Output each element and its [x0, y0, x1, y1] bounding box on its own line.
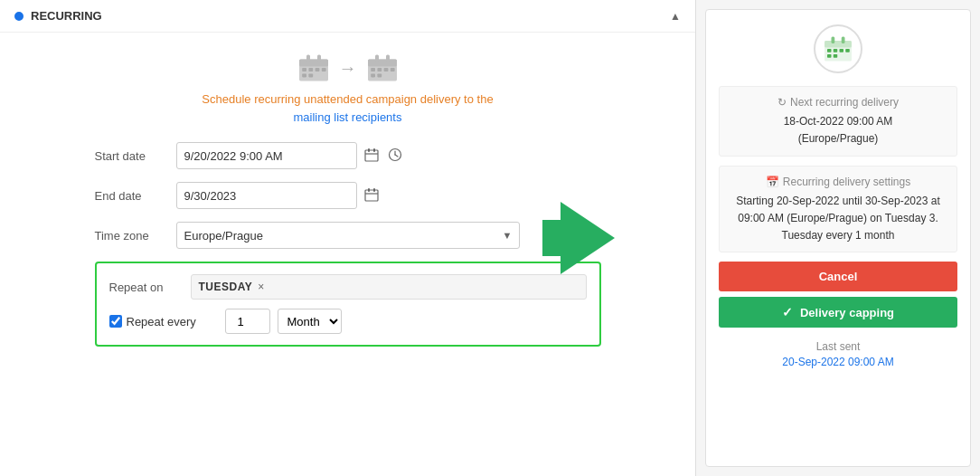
svg-rect-23	[373, 148, 375, 152]
big-arrow-icon	[561, 202, 615, 274]
remove-tag-button[interactable]: ×	[258, 281, 264, 293]
calendar-picker-button[interactable]	[363, 146, 381, 167]
desc-line2: mailing list recipients	[202, 109, 493, 127]
last-sent-section: Last sent 20-Sep-2022 09:00 AM	[719, 337, 957, 368]
delivery-capping-button[interactable]: ✓ Delivery capping	[719, 297, 957, 328]
svg-rect-39	[832, 37, 835, 44]
repeat-on-tag-input[interactable]: TUESDAY ×	[191, 274, 587, 300]
svg-rect-17	[377, 73, 382, 77]
settings-calendar-icon: 📅	[766, 174, 779, 191]
calendar-illustration: →	[299, 54, 397, 81]
timezone-input-wrap: Europe/Prague ▼	[176, 222, 601, 249]
svg-rect-15	[390, 68, 394, 71]
svg-rect-40	[842, 37, 845, 44]
repeat-on-label: Repeat on	[109, 281, 191, 294]
end-calendar-icon	[364, 187, 379, 202]
svg-rect-11	[368, 59, 397, 66]
svg-rect-30	[373, 188, 375, 192]
left-panel: RECURRING ▲ →	[0, 0, 696, 476]
svg-rect-33	[827, 49, 832, 52]
svg-rect-37	[827, 54, 832, 58]
checkmark-icon: ✓	[782, 305, 793, 319]
delivery-capping-label: Delivery capping	[800, 306, 894, 319]
repeat-every-label: Repeat every	[127, 315, 196, 328]
svg-rect-14	[383, 68, 388, 71]
calendar-icon-right	[368, 54, 397, 81]
main-content: → Schedule recurring unattended campaign…	[0, 33, 695, 356]
svg-rect-6	[302, 73, 306, 77]
settings-block: 📅 Recurring delivery settings Starting 2…	[719, 166, 957, 253]
end-date-label: End date	[95, 189, 176, 203]
svg-rect-22	[368, 148, 370, 152]
repeat-every-checkbox-label[interactable]: Repeat every	[109, 315, 218, 328]
last-sent-value: 20-Sep-2022 09:00 AM	[719, 356, 957, 368]
last-sent-label: Last sent	[719, 340, 957, 353]
start-date-input-wrap	[176, 142, 601, 169]
recurring-settings-box: Repeat on TUESDAY × Repeat every Month	[95, 262, 601, 347]
svg-rect-38	[834, 54, 838, 58]
svg-rect-3	[308, 68, 313, 71]
end-date-input-wrap	[176, 182, 601, 209]
next-delivery-label: ↻ Next recurring delivery	[729, 94, 947, 111]
svg-rect-36	[845, 49, 850, 52]
timezone-select[interactable]: Europe/Prague	[176, 222, 520, 249]
svg-rect-1	[299, 59, 328, 66]
repeat-on-row: Repeat on TUESDAY ×	[109, 274, 587, 300]
start-date-row: Start date	[95, 142, 601, 169]
svg-rect-29	[368, 188, 370, 192]
right-panel: ↻ Next recurring delivery 18-Oct-2022 09…	[696, 0, 980, 476]
svg-rect-5	[321, 68, 325, 71]
panel-title-text: RECURRING	[31, 9, 102, 23]
big-arrow-container	[561, 202, 615, 274]
clock-icon	[388, 148, 402, 162]
desc-line1: Schedule recurring unattended campaign d…	[202, 90, 493, 109]
timezone-select-wrap: Europe/Prague ▼	[176, 222, 520, 249]
calendar-icon-left	[299, 54, 328, 81]
svg-rect-2	[302, 68, 306, 71]
timezone-label: Time zone	[95, 229, 176, 243]
svg-rect-16	[371, 73, 375, 77]
repeat-every-checkbox[interactable]	[109, 315, 122, 328]
svg-rect-35	[840, 49, 844, 52]
panel-header: RECURRING ▲	[0, 0, 695, 33]
description: Schedule recurring unattended campaign d…	[202, 90, 493, 126]
calendar-icon-circle	[814, 24, 862, 73]
svg-rect-20	[365, 150, 378, 161]
svg-rect-13	[377, 68, 382, 71]
start-date-label: Start date	[95, 149, 176, 163]
calendar-icon-btn	[364, 148, 379, 162]
form-section: Start date	[95, 142, 601, 347]
svg-rect-27	[365, 190, 378, 201]
svg-rect-4	[315, 68, 319, 71]
repeat-on-tag: TUESDAY	[199, 281, 253, 293]
timezone-row: Time zone Europe/Prague ▼	[95, 222, 601, 249]
end-calendar-picker-button[interactable]	[363, 186, 381, 206]
time-picker-button[interactable]	[386, 146, 404, 167]
svg-rect-12	[371, 68, 375, 71]
panel-title: RECURRING	[14, 9, 102, 23]
end-date-input[interactable]	[176, 182, 357, 209]
svg-rect-19	[386, 55, 390, 62]
repeat-every-number-input[interactable]	[225, 309, 270, 334]
status-dot	[14, 12, 24, 21]
right-content: ↻ Next recurring delivery 18-Oct-2022 09…	[705, 9, 971, 467]
next-delivery-block: ↻ Next recurring delivery 18-Oct-2022 09…	[719, 86, 957, 157]
svg-rect-8	[306, 55, 310, 62]
refresh-icon: ↻	[777, 94, 787, 111]
start-date-input[interactable]	[176, 142, 357, 169]
next-delivery-date: 18-Oct-2022 09:00 AM	[729, 113, 947, 130]
collapse-arrow[interactable]: ▲	[670, 10, 681, 23]
repeat-every-row: Repeat every Month Week Day	[109, 309, 587, 334]
cancel-button[interactable]: Cancel	[719, 262, 957, 291]
next-delivery-tz: (Europe/Prague)	[729, 130, 947, 148]
repeat-every-period-select[interactable]: Month Week Day	[278, 309, 342, 334]
calendar-icon-green	[825, 36, 852, 62]
svg-rect-34	[834, 49, 838, 52]
svg-rect-7	[308, 73, 313, 77]
svg-rect-18	[375, 55, 379, 62]
end-date-row: End date	[95, 182, 601, 209]
svg-rect-32	[825, 41, 852, 48]
settings-label: 📅 Recurring delivery settings	[729, 174, 947, 191]
settings-text: Starting 20-Sep-2022 until 30-Sep-2023 a…	[729, 193, 947, 245]
arrow-small: →	[339, 58, 357, 79]
